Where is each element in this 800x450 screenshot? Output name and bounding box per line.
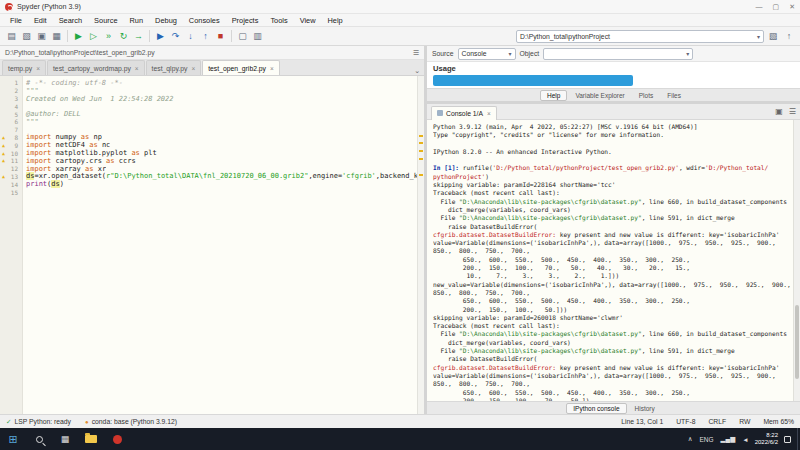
menu-item[interactable]: Consoles (183, 16, 226, 25)
run-cell-icon[interactable]: ▷ (86, 29, 101, 44)
line-number-gutter[interactable]: ▲ 11 (0, 157, 22, 164)
pane-tab[interactable]: Files (661, 91, 687, 100)
step-into-icon[interactable]: ↓ (183, 29, 198, 44)
menu-item[interactable]: Tools (264, 16, 293, 25)
new-file-icon[interactable]: ▤ (4, 29, 19, 44)
conda-env-status[interactable]: ● conda: base (Python 3.9.12) (85, 418, 177, 425)
pane-tab[interactable]: Help (540, 90, 567, 101)
open-file-icon[interactable]: ▧ (19, 29, 34, 44)
code-text[interactable]: @author: DELL (22, 110, 81, 118)
pane-tab[interactable]: Variable Explorer (569, 91, 630, 100)
scrollbar-thumb[interactable] (795, 305, 799, 378)
maximize-icon[interactable]: ▢ (773, 3, 780, 11)
tab-close-icon[interactable]: × (191, 65, 195, 72)
console-scrollbar[interactable] (793, 120, 800, 401)
debug-file-icon[interactable]: ▶ (153, 29, 168, 44)
pane-tab[interactable]: History (629, 404, 661, 413)
save-all-icon[interactable]: ▦ (49, 29, 64, 44)
help-object-combo[interactable]: ▾ (543, 48, 693, 60)
tab-close-icon[interactable]: × (36, 65, 40, 72)
run-cell-advance-icon[interactable]: » (101, 29, 116, 44)
tab-close-icon[interactable]: × (135, 65, 139, 72)
volume-icon[interactable]: ◄ (742, 436, 748, 443)
browse-workdir-icon[interactable]: ▧ (766, 29, 780, 43)
tab-overflow-icon[interactable]: ⌄ (410, 67, 424, 75)
line-number-gutter[interactable]: 2 (0, 87, 22, 94)
scrollflag-warning-mark[interactable] (419, 158, 423, 160)
code-text[interactable]: ds=xr.open_dataset(r"D:\Python_total\DAT… (22, 172, 424, 180)
tab-close-icon[interactable]: × (270, 65, 274, 72)
maximize-pane-icon[interactable]: ▢ (235, 29, 250, 44)
editor-tab[interactable]: test_cartopy_wordmap.py × (47, 60, 145, 75)
code-editor[interactable]: 1 # -*- coding: utf-8 -*- 2 """ 3 Create… (0, 76, 424, 414)
menu-item[interactable]: View (294, 16, 322, 25)
tab-close-icon[interactable]: × (487, 110, 491, 117)
code-text[interactable]: import numpy as np (22, 133, 102, 141)
editor-tab[interactable]: test_qlpy.py × (146, 60, 202, 75)
save-file-icon[interactable]: ▣ (34, 29, 49, 44)
scrollflag-warning-mark[interactable] (419, 150, 423, 152)
parent-dir-icon[interactable]: ↑ (782, 29, 796, 43)
line-number-gutter[interactable]: ▲ 13 (0, 173, 22, 180)
menu-item[interactable]: Help (322, 16, 349, 25)
file-explorer-button[interactable] (78, 428, 104, 450)
network-icon[interactable]: ▂▄▆ (721, 435, 736, 443)
menu-item[interactable]: Projects (226, 16, 265, 25)
line-number-gutter[interactable]: 14 (0, 181, 22, 188)
code-text[interactable]: """ (22, 118, 39, 126)
console-tab[interactable]: Console 1/A × (431, 106, 497, 120)
action-center-icon[interactable] (784, 436, 791, 443)
code-text[interactable]: """ (22, 87, 39, 95)
code-text[interactable]: import netCDF4 as nc (22, 141, 110, 149)
working-directory-combo[interactable]: D:\Python_total\pythonProject ▾ (516, 30, 764, 43)
help-source-combo[interactable]: Console ▾ (458, 48, 516, 60)
scrollflag-column[interactable] (417, 76, 424, 414)
tutorial-link-box[interactable] (433, 75, 633, 86)
line-number-gutter[interactable]: ▲ 8 (0, 134, 22, 141)
code-text[interactable]: Created on Wed Jun 1 22:54:28 2022 (22, 95, 174, 103)
step-over-icon[interactable]: ↷ (168, 29, 183, 44)
taskbar-clock[interactable]: 8:22 2022/6/2 (755, 432, 778, 447)
line-number-gutter[interactable]: 4 (0, 103, 22, 110)
run-selection-icon[interactable]: → (131, 29, 146, 44)
line-number-gutter[interactable]: ▲ 9 (0, 142, 22, 149)
layout-icon[interactable]: ▥ (250, 29, 265, 44)
line-number-gutter[interactable]: 1 (0, 79, 22, 86)
line-number-gutter[interactable]: 7 (0, 126, 22, 133)
line-number-gutter[interactable]: 5 (0, 111, 22, 118)
task-view-button[interactable]: ▦ (52, 428, 78, 450)
scrollflag-warning-mark[interactable] (419, 142, 423, 144)
menu-item[interactable]: Edit (28, 16, 53, 25)
minimize-icon[interactable]: — (756, 3, 763, 11)
tray-expand-icon[interactable]: ∧ (688, 435, 693, 443)
pane-tab[interactable]: Plots (633, 91, 659, 100)
code-text[interactable]: import xarray as xr (22, 165, 106, 173)
search-button[interactable] (26, 428, 52, 450)
line-number-gutter[interactable]: 15 (0, 189, 22, 196)
editor-tab[interactable]: test_open_grib2.py × (202, 60, 280, 75)
line-number-gutter[interactable]: 6 (0, 118, 22, 125)
rerun-cell-icon[interactable]: ↻ (116, 29, 131, 44)
code-text[interactable]: print(ds) (22, 180, 64, 188)
line-number-gutter[interactable]: ▲ 10 (0, 150, 22, 157)
code-text[interactable]: # -*- coding: utf-8 -*- (22, 79, 123, 87)
stop-icon[interactable]: ■ (213, 29, 228, 44)
menu-item[interactable]: Debug (149, 16, 183, 25)
line-number-gutter[interactable]: 12 (0, 165, 22, 172)
ime-indicator[interactable]: ENG (700, 436, 714, 443)
menu-item[interactable]: Search (53, 16, 88, 25)
spyder-taskbar-button[interactable] (104, 428, 130, 450)
menu-item[interactable]: Source (88, 16, 123, 25)
menu-item[interactable]: Run (124, 16, 150, 25)
console-env-icon[interactable]: ▣ (775, 107, 783, 116)
lsp-status[interactable]: ✓ LSP Python: ready (6, 418, 71, 426)
line-number-gutter[interactable]: 3 (0, 95, 22, 102)
code-text[interactable]: import matplotlib.pyplot as plt (22, 149, 157, 157)
pane-tab[interactable]: IPython console (566, 403, 626, 414)
start-button[interactable]: ⊞ (0, 428, 26, 450)
run-file-icon[interactable]: ▶ (71, 29, 86, 44)
console-options-icon[interactable]: ☰ (789, 107, 796, 116)
editor-options-icon[interactable]: ☰ (413, 49, 419, 57)
step-return-icon[interactable]: ↑ (198, 29, 213, 44)
editor-tab[interactable]: temp.py × (2, 60, 46, 75)
